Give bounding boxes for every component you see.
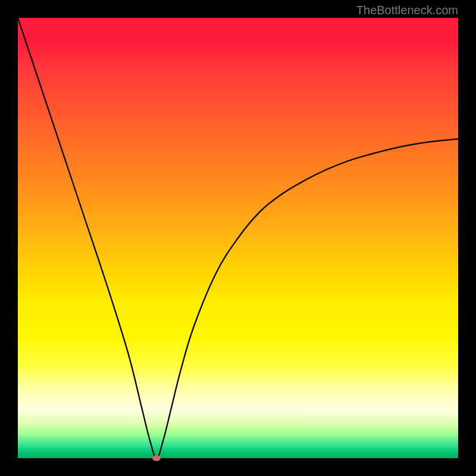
plot-area: [18, 18, 458, 458]
curve-layer: [18, 18, 458, 458]
attribution-text: TheBottleneck.com: [356, 4, 458, 17]
bottleneck-curve: [18, 18, 458, 458]
optimal-point-marker: [152, 455, 161, 461]
chart-frame: TheBottleneck.com: [0, 0, 476, 476]
